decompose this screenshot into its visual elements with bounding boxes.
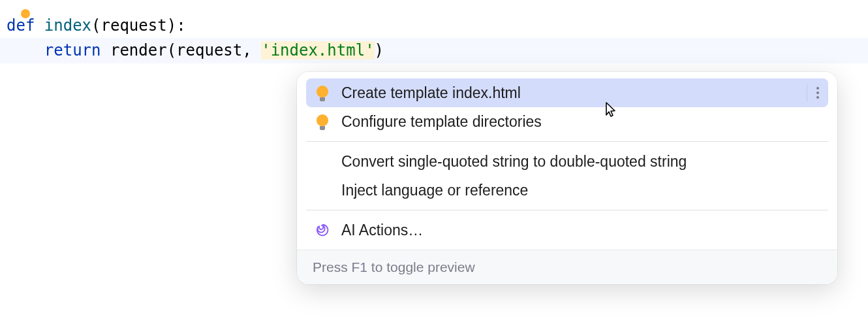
more-options-icon[interactable] — [816, 87, 819, 99]
gutter-inspection-dot[interactable] — [21, 9, 30, 18]
argument-1: request — [176, 41, 242, 59]
action-label: Inject language or reference — [341, 182, 819, 199]
separator — [306, 141, 828, 142]
code-line-1: def index(request): — [0, 13, 868, 38]
string-literal: index.html — [271, 41, 365, 59]
action-label: AI Actions… — [341, 222, 819, 239]
action-ai-actions[interactable]: AI Actions… — [306, 216, 828, 244]
action-label: Create template index.html — [341, 84, 799, 102]
bulb-icon — [315, 86, 341, 100]
colon: : — [176, 16, 185, 35]
intention-actions-popup: Create template index.html Configure tem… — [297, 72, 837, 284]
code-line-2: return render(request, 'index.html') — [0, 38, 868, 63]
paren-close-2: ) — [375, 41, 384, 59]
bulb-icon — [315, 114, 341, 129]
action-configure-template-dirs[interactable]: Configure template directories — [306, 107, 828, 136]
action-label: Configure template directories — [341, 113, 819, 131]
code-editor[interactable]: def index(request): return render(reques… — [0, 0, 868, 63]
paren-open-2: ( — [167, 41, 176, 59]
action-create-template[interactable]: Create template index.html — [306, 78, 828, 107]
quote-close: ' — [365, 41, 374, 59]
separator — [306, 210, 828, 210]
mouse-cursor-icon — [600, 100, 619, 118]
function-call: render — [110, 41, 167, 59]
comma: , — [242, 41, 261, 59]
parameter: request — [101, 16, 167, 35]
paren-close: ) — [167, 16, 176, 35]
keyword-return: return — [44, 41, 101, 59]
swirl-icon — [315, 223, 341, 237]
paren-open: ( — [91, 16, 101, 35]
quote-open: ' — [261, 41, 270, 59]
action-inject-language[interactable]: Inject language or reference — [306, 176, 828, 205]
action-convert-quotes[interactable]: Convert single-quoted string to double-q… — [306, 147, 828, 176]
function-name: index — [44, 16, 91, 35]
action-label: Convert single-quoted string to double-q… — [341, 153, 819, 171]
hint-text: Press F1 to toggle preview — [313, 259, 475, 274]
indent — [7, 41, 44, 59]
popup-hint-footer: Press F1 to toggle preview — [297, 250, 837, 284]
keyword-def: def — [7, 16, 35, 35]
